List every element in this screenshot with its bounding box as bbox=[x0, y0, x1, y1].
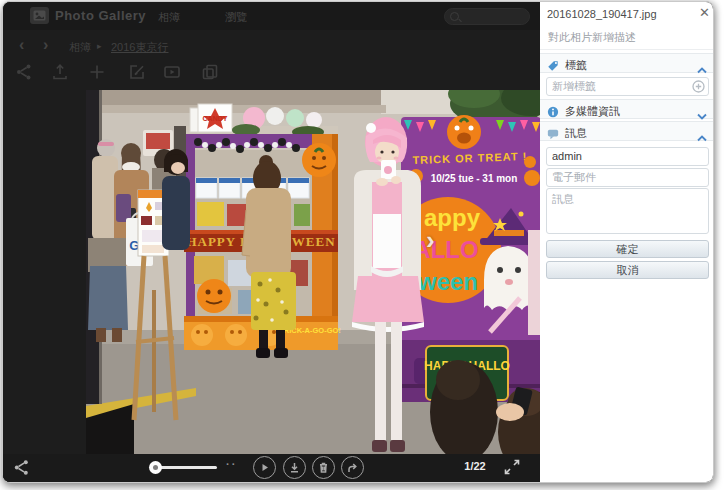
message-field[interactable] bbox=[546, 188, 709, 234]
breadcrumb-separator: ▸ bbox=[97, 41, 102, 51]
section-tags[interactable]: 標籤 bbox=[540, 53, 714, 73]
add-tag-icon[interactable] bbox=[692, 79, 705, 92]
app-logo-icon bbox=[30, 7, 49, 24]
chevron-down-icon bbox=[697, 106, 707, 113]
section-media-info[interactable]: 多媒體資訊 bbox=[540, 99, 714, 119]
name-field-wrap bbox=[546, 146, 709, 165]
chevron-up-icon bbox=[697, 60, 707, 67]
name-field[interactable] bbox=[546, 147, 709, 166]
screen: Photo Gallery 相簿 瀏覽 ‹ › 相簿 ▸ 2016東京行 bbox=[0, 0, 728, 490]
menu-item-browse[interactable]: 瀏覽 bbox=[225, 10, 247, 25]
viewer-stage: ‹ › 相簿 ▸ 2016東京行 bbox=[3, 30, 540, 483]
breadcrumb-albums[interactable]: 相簿 bbox=[69, 40, 91, 55]
photo-image[interactable]: GU bbox=[86, 90, 541, 455]
info-sidebar: 20161028_190417.jpg ✕ 對此相片新增描述 標籤 多媒體資訊 bbox=[540, 2, 714, 483]
top-bar: Photo Gallery 相簿 瀏覽 bbox=[3, 2, 540, 30]
upload-icon[interactable] bbox=[51, 63, 69, 81]
section-tags-label: 標籤 bbox=[565, 58, 587, 73]
forward-arrow-icon[interactable]: › bbox=[43, 36, 48, 54]
divider bbox=[540, 49, 714, 50]
slideshow-icon[interactable] bbox=[163, 63, 181, 81]
copy-icon[interactable] bbox=[201, 63, 219, 81]
delete-button[interactable] bbox=[312, 456, 335, 479]
message-icon bbox=[547, 126, 559, 138]
share-bottom-icon[interactable] bbox=[13, 459, 30, 476]
photo-dates-label: 10/25 tue - 31 mon bbox=[431, 173, 518, 184]
breadcrumb-album-name[interactable]: 2016東京行 bbox=[111, 40, 168, 55]
chevron-up-icon bbox=[697, 128, 707, 135]
tag-icon bbox=[547, 58, 559, 70]
page-indicator: 1/22 bbox=[455, 460, 495, 472]
zoom-slider[interactable] bbox=[151, 466, 217, 469]
fullscreen-icon[interactable] bbox=[503, 458, 521, 476]
app-window: Photo Gallery 相簿 瀏覽 ‹ › 相簿 ▸ 2016東京行 bbox=[2, 1, 714, 483]
back-arrow-icon[interactable]: ‹ bbox=[19, 36, 24, 54]
photo-woman-black-bob bbox=[162, 149, 190, 250]
cancel-button[interactable]: 取消 bbox=[546, 261, 709, 279]
next-photo-button[interactable]: › bbox=[426, 225, 452, 265]
viewer-controls: ·· 1/22 bbox=[3, 454, 540, 483]
message-field-wrap bbox=[546, 188, 709, 234]
breadcrumb: ‹ › 相簿 ▸ 2016東京行 bbox=[3, 38, 540, 56]
search-input[interactable] bbox=[444, 8, 530, 25]
forward-share-button[interactable] bbox=[341, 456, 364, 479]
play-slideshow-button[interactable] bbox=[253, 456, 276, 479]
section-message[interactable]: 訊息 bbox=[540, 121, 714, 141]
email-field[interactable] bbox=[546, 168, 709, 187]
photo-candy-sign-label: CANDY bbox=[203, 115, 228, 122]
tag-input-wrap bbox=[546, 76, 709, 95]
share-icon[interactable] bbox=[15, 63, 33, 81]
close-icon[interactable]: ✕ bbox=[699, 5, 710, 20]
photo-filename: 20161028_190417.jpg bbox=[547, 8, 657, 20]
email-field-wrap bbox=[546, 167, 709, 186]
tag-input[interactable] bbox=[546, 77, 709, 96]
add-icon[interactable] bbox=[88, 63, 106, 81]
zoom-level-dots: ·· bbox=[226, 458, 237, 470]
edit-icon[interactable] bbox=[128, 63, 146, 81]
photo-happy-line3: ween bbox=[417, 268, 478, 295]
section-media-info-label: 多媒體資訊 bbox=[565, 104, 620, 119]
menu-item-albums[interactable]: 相簿 bbox=[158, 10, 180, 25]
ok-button[interactable]: 確定 bbox=[546, 240, 709, 258]
download-button[interactable] bbox=[283, 456, 306, 479]
description-field[interactable]: 對此相片新增描述 bbox=[548, 30, 636, 45]
info-icon bbox=[547, 104, 559, 116]
app-title: Photo Gallery bbox=[55, 8, 146, 23]
toolbar bbox=[3, 60, 540, 86]
search-icon bbox=[450, 12, 459, 21]
zoom-slider-knob[interactable] bbox=[149, 461, 162, 474]
section-message-label: 訊息 bbox=[565, 126, 587, 141]
